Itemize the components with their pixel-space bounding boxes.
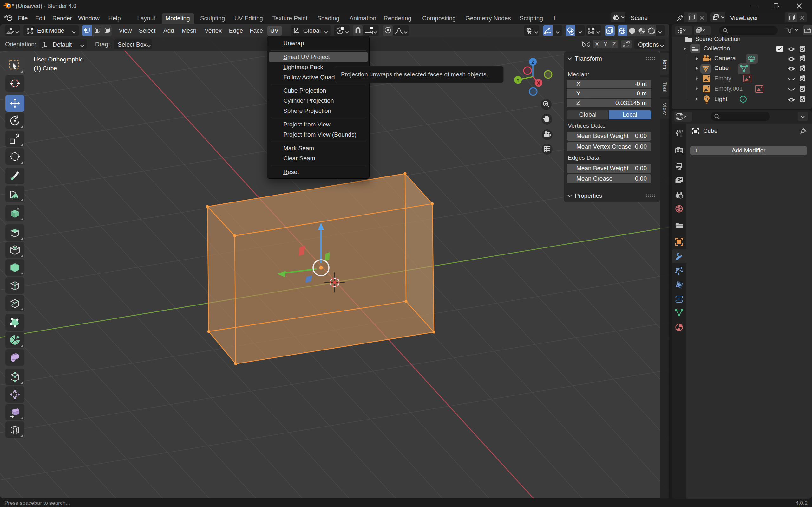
svg-text:Z: Z <box>531 59 534 65</box>
svg-text:X: X <box>537 80 540 86</box>
svg-text:Y: Y <box>516 77 519 83</box>
